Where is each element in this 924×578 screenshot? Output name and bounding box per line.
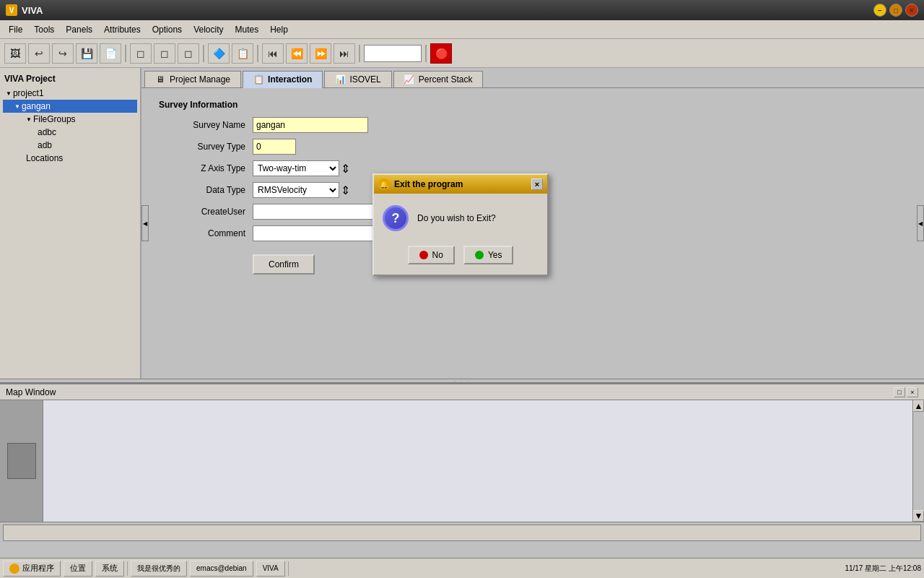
- taskbar-start-icon: [9, 564, 19, 574]
- taskbar-label-viva: VIVA: [263, 564, 279, 572]
- taskbar-viva-btn[interactable]: VIVA: [256, 561, 285, 577]
- taskbar-places-btn[interactable]: 位置: [64, 561, 92, 577]
- taskbar-label-emacs: emacs@debian: [196, 564, 247, 572]
- taskbar-app1-btn[interactable]: 我是很优秀的: [131, 561, 187, 577]
- dialog-message: Do you wish to Exit?: [417, 212, 496, 225]
- taskbar-sep-2: [288, 561, 289, 576]
- dialog-buttons: No Yes: [374, 243, 547, 275]
- taskbar-clock: 11/17 星期二 上午12:08: [845, 564, 921, 574]
- dialog-yes-button[interactable]: Yes: [463, 246, 514, 264]
- taskbar-emacs-btn[interactable]: emacs@debian: [190, 561, 253, 577]
- taskbar-label-text1: 我是很优秀的: [137, 564, 180, 574]
- taskbar-system-btn[interactable]: 系统: [95, 561, 124, 577]
- taskbar-label-apps: 应用程序: [22, 563, 54, 574]
- dialog-body: ? Do you wish to Exit?: [374, 194, 547, 243]
- dialog-yes-label: Yes: [488, 250, 502, 260]
- dialog-overlay: 🔔 Exit the program × ? Do you wish to Ex…: [0, 0, 924, 578]
- taskbar: 应用程序 位置 系统 我是很优秀的 emacs@debian VIVA 11/1…: [0, 558, 924, 578]
- dialog-no-label: No: [432, 250, 443, 260]
- taskbar-sep-1: [127, 561, 128, 576]
- no-btn-icon: [419, 251, 428, 259]
- dialog-no-button[interactable]: No: [408, 246, 455, 264]
- exit-dialog: 🔔 Exit the program × ? Do you wish to Ex…: [372, 173, 549, 276]
- taskbar-start-btn[interactable]: 应用程序: [3, 561, 61, 577]
- dialog-title-text: Exit the program: [394, 179, 531, 189]
- taskbar-label-places: 位置: [70, 563, 86, 574]
- taskbar-tray: 11/17 星期二 上午12:08: [845, 564, 921, 574]
- dialog-title-icon: 🔔: [378, 178, 390, 190]
- taskbar-label-system: 系统: [102, 563, 118, 574]
- dialog-close-button[interactable]: ×: [531, 178, 543, 190]
- yes-btn-icon: [475, 251, 484, 259]
- dialog-question-icon: ?: [383, 205, 409, 231]
- dialog-title-bar: 🔔 Exit the program ×: [374, 175, 547, 194]
